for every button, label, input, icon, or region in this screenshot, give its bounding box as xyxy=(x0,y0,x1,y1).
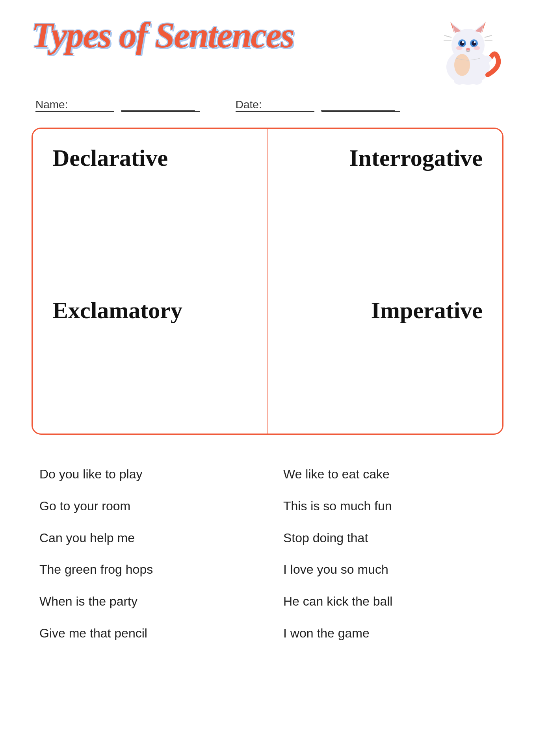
svg-line-10 xyxy=(485,35,492,37)
left-sentences-column: Do you like to play Go to your room Can … xyxy=(32,458,260,649)
svg-point-22 xyxy=(454,77,465,85)
list-item: When is the party xyxy=(32,586,260,617)
exclamatory-label: Exclamatory xyxy=(52,297,247,324)
page-header: Types of Sentences xyxy=(32,16,503,87)
imperative-cell: Imperative xyxy=(268,281,502,434)
svg-point-20 xyxy=(474,46,480,50)
list-item: Do you like to play xyxy=(32,458,260,490)
sentences-section: Do you like to play Go to your room Can … xyxy=(32,458,503,649)
right-sentences-column: We like to eat cake This is so much fun … xyxy=(275,458,503,649)
list-item: Give me that pencil xyxy=(32,617,260,649)
list-item: This is so much fun xyxy=(275,490,503,522)
list-item: The green frog hops xyxy=(32,554,260,586)
declarative-cell: Declarative xyxy=(33,129,268,281)
cat-illustration xyxy=(433,16,503,87)
list-item: I won the game xyxy=(275,617,503,649)
svg-point-24 xyxy=(482,56,492,63)
declarative-label: Declarative xyxy=(52,145,247,172)
list-item: He can kick the ball xyxy=(275,586,503,617)
svg-point-21 xyxy=(454,54,470,76)
svg-point-17 xyxy=(474,41,476,43)
svg-point-23 xyxy=(471,77,482,85)
svg-point-19 xyxy=(456,46,463,50)
sentence-types-box: Declarative Interrogative Exclamatory Im… xyxy=(32,128,503,435)
interrogative-cell: Interrogative xyxy=(268,129,502,281)
exclamatory-cell: Exclamatory xyxy=(33,281,268,434)
list-item: Can you help me xyxy=(32,522,260,554)
name-field: Name: ____________ xyxy=(32,98,200,112)
name-date-row: Name: ____________ Date: ____________ xyxy=(32,98,503,112)
svg-point-16 xyxy=(462,41,464,43)
list-item: We like to eat cake xyxy=(275,458,503,490)
svg-line-8 xyxy=(444,35,451,37)
page-title: Types of Sentences xyxy=(32,16,294,55)
list-item: I love you so much xyxy=(275,554,503,586)
svg-point-18 xyxy=(466,48,470,51)
list-item: Stop doing that xyxy=(275,522,503,554)
svg-point-1 xyxy=(451,29,485,62)
date-field: Date: ____________ xyxy=(232,98,400,112)
list-item: Go to your room xyxy=(32,490,260,522)
imperative-label: Imperative xyxy=(287,297,483,324)
interrogative-label: Interrogative xyxy=(287,145,483,172)
